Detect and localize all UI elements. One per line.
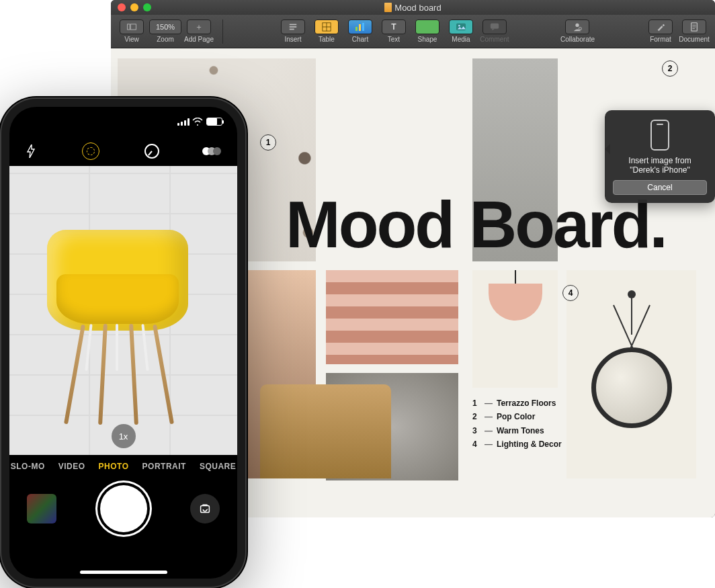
image-sofa[interactable] — [260, 384, 391, 478]
popover-line2: "Derek's iPhone" — [613, 165, 707, 175]
callout-1[interactable]: 1 — [260, 134, 276, 151]
toolbar-comment-button[interactable]: Comment — [478, 17, 511, 46]
mode-portrait[interactable]: PORTRAIT — [142, 462, 186, 471]
toolbar-format-button[interactable]: Format — [644, 17, 677, 46]
document-icon — [384, 3, 392, 12]
svg-rect-1 — [130, 24, 136, 30]
svg-point-9 — [458, 25, 460, 27]
viewfinder-subject-chair — [47, 230, 195, 431]
cancel-button[interactable]: Cancel — [613, 180, 707, 195]
popover-line1: Insert image from — [613, 156, 707, 165]
svg-rect-8 — [456, 24, 466, 31]
toolbar-collaborate-button[interactable]: + Collaborate — [560, 17, 595, 46]
headline-text[interactable]: Mood Board. — [286, 194, 689, 255]
collaborate-icon: + — [565, 19, 589, 34]
toolbar: View 150% Zoom ＋ Add Page Insert — [111, 15, 715, 48]
flash-button[interactable] — [26, 144, 36, 158]
wifi-icon — [192, 118, 203, 126]
camera-mode-selector[interactable]: SLO-MO VIDEO PHOTO PORTRAIT SQUARE — [9, 455, 237, 478]
svg-rect-10 — [491, 24, 499, 29]
toolbar-chart-button[interactable]: Chart — [343, 17, 377, 46]
shape-icon — [415, 19, 439, 34]
toolbar-insert-button[interactable]: Insert — [276, 17, 310, 46]
camera-viewfinder[interactable]: 1x — [9, 166, 237, 455]
phone-outline-icon — [650, 120, 669, 151]
legend-item: 2—Pop Color — [472, 410, 587, 423]
view-icon — [120, 19, 144, 34]
svg-rect-4 — [290, 29, 294, 30]
zoom-level-button[interactable]: 1x — [112, 424, 136, 448]
toolbar-divider — [222, 19, 223, 44]
plus-icon: ＋ — [187, 19, 211, 34]
table-icon — [314, 19, 339, 34]
iphone-notch — [67, 107, 181, 126]
camera-bottom-controls — [9, 478, 237, 540]
toolbar-shape-button[interactable]: Shape — [411, 17, 444, 46]
window-title-text: Mood board — [394, 3, 441, 13]
toolbar-document-button[interactable]: Document — [677, 17, 711, 46]
shutter-button[interactable] — [100, 485, 147, 532]
image-stripes[interactable] — [326, 270, 458, 364]
comment-icon — [482, 19, 507, 34]
toolbar-table-button[interactable]: Table — [310, 17, 343, 46]
continuity-camera-popover: Insert image from "Derek's iPhone" Cance… — [605, 110, 715, 203]
iphone-screen: 1x SLO-MO VIDEO PHOTO PORTRAIT SQUARE — [9, 107, 237, 579]
callout-4[interactable]: 4 — [562, 285, 579, 301]
iphone-device: 1x SLO-MO VIDEO PHOTO PORTRAIT SQUARE — [0, 97, 247, 588]
text-icon: T — [382, 19, 406, 34]
legend-list[interactable]: 1—Terrazzo Floors 2—Pop Color 3—Warm Ton… — [472, 396, 587, 452]
legend-item: 1—Terrazzo Floors — [472, 396, 587, 410]
home-indicator[interactable] — [80, 571, 167, 574]
toolbar-view-button[interactable]: View — [115, 17, 149, 46]
svg-rect-2 — [290, 24, 297, 26]
insert-icon — [281, 19, 305, 34]
legend-item: 3—Warm Tones — [472, 424, 587, 437]
svg-rect-3 — [290, 26, 297, 28]
toolbar-zoom-button[interactable]: 150% Zoom — [149, 17, 182, 46]
zoom-value: 150% — [149, 19, 181, 34]
toolbar-add-page-button[interactable]: ＋ Add Page — [182, 17, 216, 46]
mode-square[interactable]: SQUARE — [200, 462, 236, 471]
mode-slomo[interactable]: SLO-MO — [11, 462, 45, 471]
svg-rect-0 — [128, 24, 130, 30]
legend-item: 4—Lighting & Decor — [472, 437, 587, 451]
svg-text:+: + — [580, 28, 581, 30]
last-photo-thumbnail[interactable] — [27, 494, 56, 523]
mode-photo[interactable]: PHOTO — [99, 462, 129, 471]
window-title: Mood board — [111, 3, 715, 13]
media-icon — [449, 19, 473, 34]
timer-button[interactable] — [144, 144, 159, 159]
toolbar-media-button[interactable]: Media — [444, 17, 478, 46]
format-icon — [648, 19, 673, 34]
svg-point-11 — [576, 24, 579, 27]
toolbar-text-button[interactable]: T Text — [377, 17, 411, 46]
camera-flip-button[interactable] — [190, 494, 220, 523]
battery-icon — [206, 118, 222, 126]
window-titlebar[interactable]: Mood board — [111, 0, 715, 15]
image-lamp[interactable] — [472, 270, 558, 388]
live-photo-button[interactable] — [82, 142, 99, 160]
camera-top-controls — [9, 136, 237, 166]
chart-icon — [348, 19, 372, 34]
callout-2[interactable]: 2 — [662, 60, 678, 77]
mode-video[interactable]: VIDEO — [58, 462, 85, 471]
document-toolbar-icon — [682, 19, 706, 34]
filters-button[interactable] — [205, 147, 221, 155]
